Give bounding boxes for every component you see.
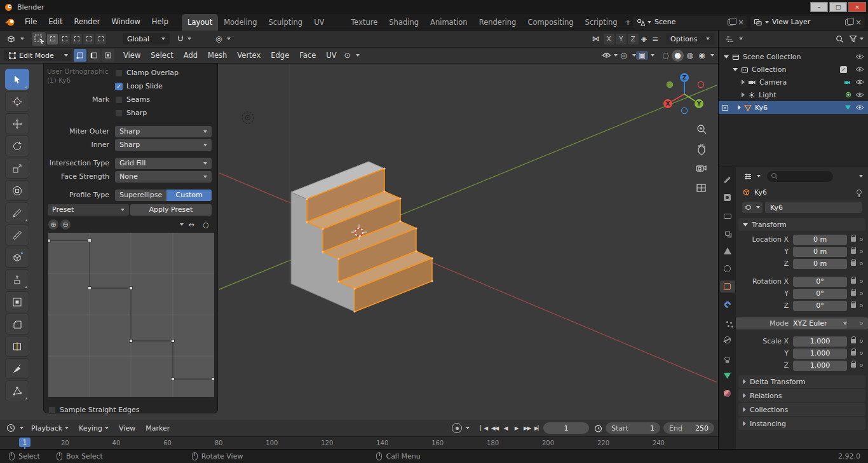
playback-button[interactable]: ▏◀	[478, 423, 489, 433]
tool-knife[interactable]	[5, 358, 29, 379]
playhead[interactable]: 1	[19, 438, 31, 447]
profile-superellipse-button[interactable]: Superellipse	[115, 190, 166, 201]
animate-dot-icon[interactable]	[860, 304, 863, 307]
viewport-menu-item[interactable]: Vertex	[232, 51, 266, 60]
object-name-field[interactable]: Ky6	[765, 202, 862, 213]
add-workspace-button[interactable]: +	[623, 15, 633, 30]
animate-dot-icon[interactable]	[860, 262, 863, 265]
animate-dot-icon[interactable]	[860, 364, 863, 367]
disclosure-triangle-icon[interactable]	[742, 79, 745, 85]
scene-selector[interactable]: Scene ×	[633, 16, 747, 29]
properties-tab-render[interactable]	[720, 191, 735, 204]
minimize-button[interactable]: –	[810, 2, 828, 12]
collection-checkbox[interactable]: ✓	[840, 66, 847, 73]
workspace-tab[interactable]: Compositing	[522, 14, 579, 31]
mirror-x-toggle[interactable]: X	[604, 34, 614, 45]
miter-inner-dropdown[interactable]: Sharp	[115, 139, 212, 151]
properties-tab-output[interactable]	[720, 209, 735, 221]
properties-search-input[interactable]	[767, 171, 833, 182]
select-mode-invert-button[interactable]	[83, 34, 94, 45]
edge-select-button[interactable]	[88, 49, 100, 62]
remove-view-layer-icon[interactable]: ×	[855, 19, 862, 25]
outliner-editor-selector[interactable]	[723, 35, 745, 43]
transform-value-field[interactable]: 0°	[793, 301, 847, 311]
select-mode-set-button[interactable]	[47, 34, 58, 45]
curve-extend-button[interactable]: ↔	[186, 219, 196, 230]
shading-mode-button[interactable]: ◌	[660, 50, 672, 62]
new-view-layer-icon[interactable]	[845, 19, 851, 25]
gizmos-chevron[interactable]	[632, 54, 636, 57]
editor-type-selector[interactable]	[4, 34, 27, 43]
outliner-row-scene-collection[interactable]: Scene Collection	[719, 50, 868, 63]
animate-dot-icon[interactable]	[860, 250, 863, 253]
select-mode-intersect-button[interactable]	[95, 34, 106, 45]
workspace-tab[interactable]: Scripting	[580, 14, 623, 31]
camera-data-icon[interactable]	[844, 79, 851, 85]
properties-tab-particles[interactable]	[720, 316, 735, 328]
hide-eye-icon[interactable]	[855, 66, 864, 73]
viewport-menu-item[interactable]: View	[118, 51, 146, 60]
transform-value-field[interactable]: 0 m	[793, 247, 847, 257]
properties-tab-object-data[interactable]	[720, 370, 735, 382]
properties-tab-world[interactable]	[720, 263, 735, 275]
mark-sharp-checkbox[interactable]: Sharp	[115, 109, 212, 117]
curve-handle-button[interactable]: ○	[201, 219, 211, 230]
hide-eye-icon[interactable]	[855, 92, 864, 98]
transform-value-field[interactable]: 0°	[793, 277, 847, 287]
auto-keying-button[interactable]	[452, 423, 462, 433]
properties-tab-physics[interactable]	[720, 334, 735, 346]
workspace-tab[interactable]: UV Editing	[308, 14, 345, 31]
viewport-menu-item[interactable]: Add	[179, 51, 203, 60]
mode-selector[interactable]: Edit Mode	[4, 50, 72, 61]
orthographic-toggle-icon[interactable]	[697, 184, 705, 191]
transform-value-field[interactable]: 1.000	[793, 361, 847, 371]
tool-extrude-region[interactable]	[5, 269, 29, 290]
curve-zoom-in-button[interactable]: ⊕	[48, 219, 58, 230]
custom-profile-curve-widget[interactable]	[48, 232, 214, 399]
shading-chevron[interactable]	[710, 54, 714, 57]
animate-dot-icon[interactable]	[860, 322, 863, 325]
current-frame-field[interactable]: 1	[543, 422, 589, 434]
transform-panel-header[interactable]: Transform	[738, 218, 865, 231]
preset-dropdown[interactable]: Preset	[48, 204, 129, 216]
loop-slide-checkbox[interactable]: Loop Slide	[115, 82, 212, 90]
collapsed-panel-header[interactable]: Collections	[738, 403, 865, 416]
proportional-editing-icon[interactable]: ◎	[213, 34, 224, 43]
tool-poly-build[interactable]	[5, 380, 29, 401]
outliner-row-collection[interactable]: Collection ✓	[719, 63, 868, 76]
timeline-ruler[interactable]: 20406080100120140160180200220240 1	[0, 436, 718, 449]
face-strength-dropdown[interactable]: None	[115, 171, 212, 183]
outliner-row-ky6[interactable]: Ky6	[719, 101, 868, 114]
mirror-icon[interactable]: ⋈	[590, 34, 602, 43]
viewport-3d[interactable]: Z X Y	[0, 64, 718, 420]
disclosure-triangle-icon[interactable]	[724, 55, 729, 59]
sample-straight-edges-checkbox[interactable]: Sample Straight Edges	[48, 406, 212, 414]
breadcrumb-object-name[interactable]: Ky6	[754, 188, 767, 197]
lock-icon[interactable]	[851, 351, 856, 356]
apply-preset-button[interactable]: Apply Preset	[130, 204, 212, 216]
playback-button[interactable]: ◀	[500, 423, 511, 433]
zoom-icon[interactable]	[698, 125, 706, 134]
mesh-data-icon[interactable]	[844, 104, 851, 111]
playback-button[interactable]: ◀◀	[489, 423, 500, 433]
workspace-tab[interactable]: Animation	[424, 14, 473, 31]
tool-tweak-select[interactable]	[5, 69, 29, 90]
xray-toggle-icon[interactable]: ▣	[636, 51, 648, 60]
blender-logo-icon[interactable]	[5, 18, 15, 27]
disclosure-triangle-icon[interactable]	[733, 68, 738, 71]
hide-eye-icon[interactable]	[855, 53, 864, 60]
workspace-tab[interactable]: Sculpting	[262, 14, 308, 31]
overlays-chevron[interactable]	[651, 54, 654, 57]
mark-seams-checkbox[interactable]: Seams	[115, 95, 212, 104]
lock-icon[interactable]	[851, 279, 856, 284]
face-select-button[interactable]	[102, 49, 114, 62]
animate-dot-icon[interactable]	[860, 238, 863, 241]
properties-tab-tool[interactable]	[720, 174, 735, 186]
timeline-menu-item[interactable]: Playback	[26, 424, 74, 432]
collapsed-panel-header[interactable]: Relations	[738, 389, 865, 402]
transform-value-field[interactable]: 1.000	[793, 336, 847, 347]
filter-funnel-icon[interactable]	[849, 35, 857, 43]
menu-item[interactable]: File	[19, 14, 43, 30]
edit-option-icon-2[interactable]: ≡	[649, 34, 661, 43]
camera-view-icon[interactable]	[696, 166, 706, 171]
